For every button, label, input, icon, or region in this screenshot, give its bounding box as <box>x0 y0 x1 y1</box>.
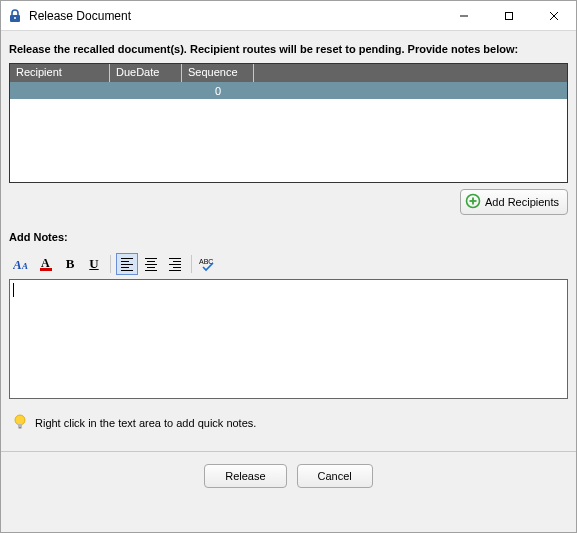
align-center-button[interactable] <box>140 253 162 275</box>
window-title: Release Document <box>29 9 441 23</box>
add-notes-label: Add Notes: <box>9 231 568 243</box>
spellcheck-button[interactable]: ABC <box>197 253 219 275</box>
col-spacer <box>254 64 567 82</box>
add-recipients-button[interactable]: Add Recipients <box>460 189 568 215</box>
svg-text:A: A <box>13 257 22 272</box>
add-recipients-label: Add Recipients <box>485 196 559 208</box>
table-header: Recipient DueDate Sequence <box>10 64 567 82</box>
col-duedate[interactable]: DueDate <box>110 64 182 82</box>
svg-point-1 <box>14 17 16 19</box>
font-size-button[interactable]: A A <box>11 253 33 275</box>
cell-sequence: 0 <box>182 85 254 97</box>
font-color-button[interactable]: A <box>35 253 57 275</box>
svg-rect-12 <box>40 268 52 271</box>
instruction-text: Release the recalled document(s). Recipi… <box>9 43 568 55</box>
svg-rect-3 <box>505 12 512 19</box>
svg-text:A: A <box>41 256 50 270</box>
lightbulb-icon <box>13 413 27 433</box>
table-row[interactable]: 0 <box>10 82 567 99</box>
dialog-buttons: Release Cancel <box>1 451 576 502</box>
plus-circle-icon <box>465 193 481 211</box>
align-left-button[interactable] <box>116 253 138 275</box>
svg-rect-16 <box>19 427 22 429</box>
release-button[interactable]: Release <box>204 464 286 488</box>
hint-row: Right click in the text area to add quic… <box>9 413 568 433</box>
svg-point-14 <box>15 415 25 425</box>
align-right-button[interactable] <box>164 253 186 275</box>
minimize-button[interactable] <box>441 1 486 30</box>
hint-text: Right click in the text area to add quic… <box>35 417 256 429</box>
recipients-table[interactable]: Recipient DueDate Sequence 0 <box>9 63 568 183</box>
cancel-button[interactable]: Cancel <box>297 464 373 488</box>
underline-button[interactable]: U <box>83 253 105 275</box>
svg-rect-15 <box>18 424 22 427</box>
editor-toolbar: A A A B U <box>9 253 568 279</box>
titlebar: Release Document <box>1 1 576 31</box>
notes-textarea[interactable] <box>9 279 568 399</box>
svg-text:A: A <box>21 261 28 271</box>
toolbar-separator <box>191 255 192 273</box>
col-sequence[interactable]: Sequence <box>182 64 254 82</box>
text-caret <box>13 283 14 297</box>
table-body[interactable]: 0 <box>10 82 567 182</box>
toolbar-separator <box>110 255 111 273</box>
col-recipient[interactable]: Recipient <box>10 64 110 82</box>
lock-icon <box>7 8 23 24</box>
close-button[interactable] <box>531 1 576 30</box>
maximize-button[interactable] <box>486 1 531 30</box>
bold-button[interactable]: B <box>59 253 81 275</box>
